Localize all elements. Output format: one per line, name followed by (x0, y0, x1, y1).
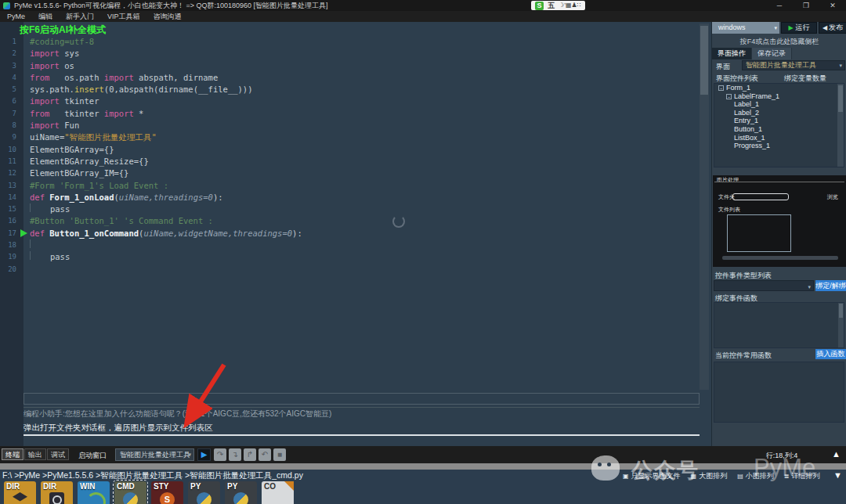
tree-item-Form_1[interactable]: -Form_1 (714, 84, 844, 92)
console-tab-终端[interactable]: 终端 (2, 448, 24, 460)
run-button[interactable]: ▶ 运行 (781, 22, 817, 34)
bind-unbind-button[interactable]: 绑定/解绑 (815, 280, 846, 291)
close-button[interactable]: ✕ (819, 0, 846, 11)
ime-mode-label[interactable]: 五 (548, 1, 555, 11)
ime-logo-icon[interactable]: S (535, 2, 544, 10)
assistant-prompt: 编程小助手:您想在这里加入什么功能语句呢？(消耗1个AIGC豆,您还有532个A… (24, 407, 700, 420)
publish-button[interactable]: ◀ 发布 (819, 22, 846, 34)
insert-function-button[interactable]: 插入函数 (815, 349, 846, 359)
collapse-up-icon[interactable]: ▲ (832, 449, 841, 459)
code-line[interactable]: 2import sys (0, 48, 699, 59)
file-type-label: DIR (6, 482, 20, 491)
common-functions-listbox[interactable] (714, 362, 844, 423)
code-line[interactable]: 20 (0, 264, 699, 275)
code-line[interactable]: 15 pass (0, 203, 699, 215)
filter-详细排列[interactable]: ≣详细排列 (784, 471, 820, 481)
tree-item-Label_1[interactable]: Label_1 (714, 100, 844, 109)
file-icon-py[interactable]: PY (188, 481, 220, 504)
file-icon-py[interactable]: PY (225, 481, 257, 504)
bound-functions-listbox[interactable] (714, 302, 844, 348)
tree-item-Progress_1[interactable]: Progress_1 (714, 142, 844, 150)
editor-horizontal-scrollbar[interactable] (24, 393, 700, 405)
hide-sidebar-hint[interactable]: 按F4或点击此处隐藏侧栏 (712, 37, 846, 47)
menu-item-PyMe[interactable]: PyMe (7, 13, 25, 20)
launch-window-select[interactable]: 智能图片批量处理工具 ▾ (115, 448, 194, 461)
file-icon-sty[interactable]: STYS (151, 481, 183, 504)
filter-只显示界面文件[interactable]: ▣只显示界面文件 (623, 471, 681, 481)
target-platform-select[interactable]: windows ▾ (712, 22, 779, 34)
menu-item-VIP工具箱[interactable]: VIP工具箱 (107, 12, 140, 22)
file-icon-dir[interactable]: DIR (41, 481, 73, 504)
scrollbar-thumb[interactable] (838, 85, 843, 112)
file-icon-win[interactable]: WIN (78, 481, 110, 504)
debug-run-button[interactable]: ▶ (197, 448, 211, 461)
debug-step-icon[interactable]: ↷ (214, 448, 226, 461)
scrollbar-thumb[interactable] (839, 304, 843, 318)
tree-item-Entry_1[interactable]: Entry_1 (714, 117, 844, 125)
code-line[interactable]: 8import Fun (0, 120, 699, 131)
file-icon-co[interactable]: CO (262, 481, 294, 504)
code-line[interactable]: 9uiName="智能图片批量处理工具" (0, 131, 699, 143)
code-line[interactable]: 19 pass (0, 251, 699, 263)
code-line[interactable]: 3import os (0, 60, 699, 72)
code-line[interactable]: 11ElementBGArray_Resize={} (0, 156, 699, 167)
maximize-button[interactable]: ❐ (793, 0, 819, 11)
code-line[interactable]: 4from os.path import abspath, dirname (0, 72, 699, 84)
code-line[interactable]: 14def Form_1_onLoad(uiName,threadings=0)… (0, 192, 699, 203)
event-type-select[interactable]: ▾ (714, 280, 814, 291)
console-tab-调试[interactable]: 调试 (47, 448, 69, 460)
code-line[interactable]: 13#Form 'Form_1's Load Event : (0, 180, 699, 192)
code-line[interactable]: 7from tkinter import * (0, 108, 699, 120)
code-editor[interactable]: 按F6启动AI补全模式 1#coding=utf-82import sys3im… (0, 22, 711, 446)
code-line[interactable]: 12ElementBGArray_IM={} (0, 167, 699, 179)
code-line[interactable]: 16#Button 'Button_1' 's Command Event : (0, 215, 699, 227)
code-line[interactable]: 6import tkinter (0, 95, 699, 107)
ime-icon[interactable]: ▦ (566, 2, 572, 9)
code-line[interactable]: 10ElementBGArray={} (0, 144, 699, 156)
sidebar-tab-界面操作[interactable]: 界面操作 (712, 48, 752, 59)
tree-item-ListBox_1[interactable]: ListBox_1 (714, 134, 844, 142)
tree-scrollbar[interactable] (837, 84, 844, 167)
form-preview[interactable]: 图片处理 文件夹 浏览 文件列表 (713, 175, 846, 267)
scrollbar-thumb[interactable] (700, 26, 708, 95)
debug-step-icon[interactable]: ↶ (258, 448, 271, 461)
debug-step-icon[interactable]: ↱ (244, 448, 256, 461)
minimize-button[interactable]: ─ (766, 0, 793, 11)
console-tab-输出[interactable]: 输出 (24, 448, 46, 460)
ui-select[interactable]: 智能图片批量处理工具 ▾ (742, 60, 845, 70)
code-text: import sys (24, 48, 79, 59)
preview-file-listbox[interactable] (727, 214, 791, 252)
menu-item-新手入门[interactable]: 新手入门 (66, 12, 94, 22)
ime-toolbar[interactable]: S 五 ☽’▦♟∷ (531, 1, 585, 10)
filter-大图排列[interactable]: ▦大图排列 (691, 471, 728, 481)
tree-expand-icon[interactable]: - (726, 94, 732, 99)
sidebar-tab-保存记录[interactable]: 保存记录 (752, 48, 792, 59)
file-icon-dir[interactable]: DIR (4, 481, 36, 504)
editor-vertical-scrollbar[interactable] (700, 23, 709, 390)
debug-step-icon[interactable]: ■ (273, 448, 286, 461)
collapse-down-icon[interactable]: ▼ (833, 470, 842, 480)
menu-item-咨询沟通[interactable]: 咨询沟通 (154, 12, 182, 22)
preview-browse-button[interactable]: 浏览 (827, 193, 838, 201)
code-line[interactable]: 5sys.path.insert(0,abspath(dirname(__fil… (0, 84, 699, 95)
tree-item-Button_1[interactable]: Button_1 (714, 125, 844, 134)
preview-folder-entry[interactable] (732, 193, 789, 200)
horizontal-splitter[interactable] (0, 463, 846, 470)
tree-item-Label_2[interactable]: Label_2 (714, 109, 844, 117)
code-line[interactable]: 18 (0, 239, 699, 251)
ime-icon[interactable]: ♟ (572, 2, 577, 9)
listbox-scrollbar[interactable] (838, 303, 844, 347)
title-bar[interactable]: PyMe v1.5.5.6- Python可视化编程，小白也能变大神！ => Q… (0, 0, 846, 11)
ime-icons: ☽’▦♟∷ (559, 1, 581, 10)
tree-expand-icon[interactable]: - (718, 85, 724, 91)
code-line[interactable]: 1#coding=utf-8 (0, 36, 699, 48)
ime-icon[interactable]: ∷ (577, 2, 581, 9)
file-icon-cmd[interactable]: CMD (114, 481, 146, 504)
code-line[interactable]: 17def Button_1_onCommand(uiName,widgetNa… (0, 228, 699, 239)
filter-小图排列[interactable]: ▤小图排列 (737, 471, 774, 481)
breadcrumb[interactable]: F:\ >PyMe >PyMe1.5.5.6 >智能图片批量处理工具 >智能图片… (2, 470, 303, 481)
assistant-input[interactable]: 弹出打开文件夹对话框，遍历图片显示到文件列表区 (24, 420, 700, 436)
menu-item-编辑[interactable]: 编辑 (38, 12, 52, 22)
tree-item-LabelFrame_1[interactable]: -LabelFrame_1 (714, 92, 844, 101)
debug-step-icon[interactable]: ↴ (229, 448, 241, 461)
